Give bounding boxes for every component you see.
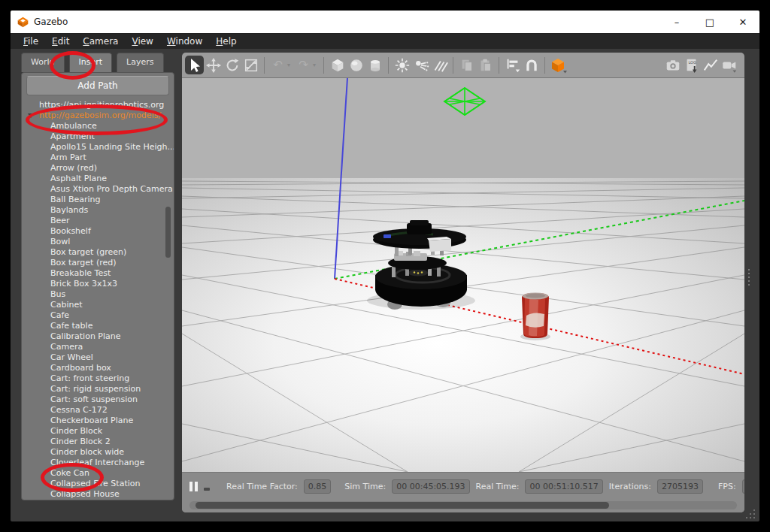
insert-sphere-button[interactable] [347,56,365,74]
model-list-item[interactable]: Ambulance [22,121,174,131]
model-list-item[interactable]: Beer [22,216,174,226]
model-list-item[interactable]: Cinder Block 2 [22,437,174,447]
model-list-item[interactable]: Camera [22,342,174,352]
maximize-button[interactable]: □ [693,11,726,33]
redo-button[interactable]: ↷ [294,56,313,74]
model-list-item[interactable]: Collapsed House [22,489,174,500]
paste-icon [477,57,494,74]
model-source-item[interactable]: https://api.ignitionrobotics.org [22,100,174,110]
close-button[interactable]: ✕ [726,11,759,33]
iterations-value: 2705193 [657,479,703,494]
viewport-toolbar: ↶ ▾ ↷ ▾ [182,53,744,77]
model-list-item[interactable]: Asus Xtion Pro Depth Camera [22,184,174,195]
model-list-item[interactable]: Breakable Test [22,268,174,279]
model-list-item[interactable]: Apartment [22,131,174,142]
model-list-item[interactable]: Cloverleaf Interchange [22,458,174,468]
model-list-item[interactable]: Baylands [22,205,174,216]
model-source-item-gazebosim[interactable]: http://gazebosim.org/models/ [22,110,174,121]
model-list-item[interactable]: Cart: rigid suspension [22,384,174,394]
menu-edit[interactable]: Edit [45,35,76,48]
gazebo-logo-icon [17,16,29,29]
model-list-item[interactable]: Cart: front steering [22,373,174,384]
model-list-item[interactable]: Arrow (red) [22,163,174,174]
render-canvas[interactable] [182,77,744,473]
pause-button[interactable] [189,479,198,493]
copy-button[interactable] [457,56,476,74]
log-file-icon: LOG [684,57,700,74]
data-logger-button[interactable]: LOG [682,56,701,74]
redo-history-dropdown[interactable]: ▾ [313,62,320,68]
scale-icon [243,57,259,74]
statusbar: Real Time Factor: 0.85 Sim Time: 00 00:4… [182,473,744,512]
spot-light-button[interactable] [411,56,430,74]
model-list-item[interactable]: Bus [22,289,174,300]
iterations-label: Iterations: [609,482,651,491]
translate-tool-button[interactable] [204,56,223,74]
model-list-item[interactable]: Bookshelf [22,226,174,237]
horizontal-scrollbar-handle[interactable] [196,502,609,509]
scale-tool-button[interactable] [241,56,260,74]
menu-help[interactable]: Help [209,35,243,48]
model-list-item[interactable]: Car Wheel [22,352,174,363]
minimize-button[interactable]: – [660,11,693,33]
directional-light-marker[interactable] [444,88,485,115]
model-list-item[interactable]: Cinder Block [22,426,174,437]
turtlebot-robot[interactable] [373,220,467,310]
record-video-button[interactable] [720,56,738,74]
model-list-item[interactable]: Box target (green) [22,247,174,258]
model-list-item[interactable]: Collapsed Fire Station [22,479,174,489]
tab-insert[interactable]: Insert [69,53,113,72]
model-list-item[interactable]: Cinder block wide [22,447,174,458]
model-list-item[interactable]: Coke Can [22,468,174,479]
toolbar-separator [323,57,324,74]
menu-file[interactable]: File [17,35,45,48]
model-list-item[interactable]: Calibration Plane [22,331,174,342]
insert-box-button[interactable] [328,56,347,74]
snap-tool-button[interactable] [522,56,541,74]
select-tool-button[interactable] [185,56,204,74]
menu-view[interactable]: View [125,35,159,48]
model-list-item[interactable]: Cafe table [22,321,174,331]
model-list-item[interactable]: Cart: soft suspension [22,394,174,405]
model-list-item[interactable]: Cabinet [22,300,174,310]
resize-grip[interactable] [743,506,755,518]
plot-button[interactable] [701,56,720,74]
view-angle-button[interactable] [549,56,568,74]
model-list-item[interactable]: Checkerboard Plane [22,416,174,426]
model-list-item[interactable]: Brick Box 3x1x3 [22,279,174,289]
coke-can[interactable] [520,293,550,341]
step-button[interactable] [204,479,210,493]
directional-light-button[interactable] [430,56,449,74]
video-camera-icon [721,57,738,74]
model-list-item[interactable]: Cafe [22,310,174,321]
model-list-item[interactable]: Apollo15 Landing Site Heigh... [22,142,174,153]
sim-time-value: 00 00:45:05.193 [392,479,469,494]
horizontal-scrollbar[interactable] [189,501,737,509]
menu-window[interactable]: Window [160,35,209,48]
toolbar-separator [544,57,545,74]
model-list-item[interactable]: Bowl [22,237,174,247]
rotate-tool-button[interactable] [223,56,241,74]
model-list-item[interactable]: Asphalt Plane [22,174,174,184]
model-list-item[interactable]: Box target (red) [22,258,174,268]
add-path-button[interactable]: Add Path [26,76,169,95]
screenshot-button[interactable] [663,56,682,74]
sidebar-tabs: World Insert Layers [21,53,164,72]
splitter-handle[interactable] [747,266,750,289]
model-list-item[interactable]: Ball Bearing [22,195,174,205]
model-list-item[interactable]: Cardboard box [22,363,174,373]
model-list: AmbulanceApartmentApollo15 Landing Site … [22,121,174,500]
model-list-item[interactable]: Arm Part [22,153,174,163]
expanded-arrow-icon[interactable] [28,113,34,118]
menu-camera[interactable]: Camera [76,35,125,48]
tab-layers[interactable]: Layers [117,53,163,72]
undo-history-dropdown[interactable]: ▾ [287,62,294,68]
paste-button[interactable] [476,56,495,74]
model-list-item[interactable]: Cessna C-172 [22,405,174,416]
tab-world[interactable]: World [21,53,65,72]
align-tool-button[interactable] [503,56,522,74]
undo-button[interactable]: ↶ [268,56,287,74]
insert-cylinder-button[interactable] [365,56,384,74]
point-light-button[interactable] [393,56,411,74]
panel-scrollbar[interactable] [165,207,171,258]
